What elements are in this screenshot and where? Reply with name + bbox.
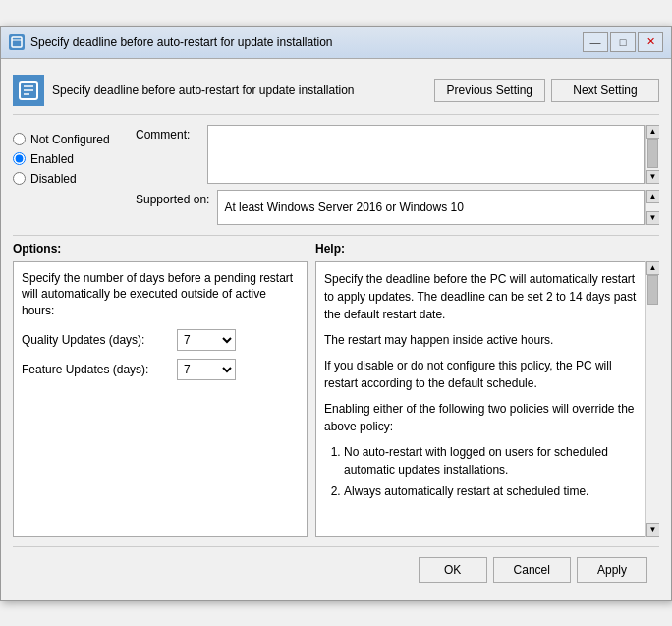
not-configured-radio-label[interactable]: Not Configured (13, 133, 131, 146)
comment-scroll-up[interactable]: ▲ (646, 125, 660, 139)
help-scroll-up[interactable]: ▲ (646, 261, 660, 275)
enabled-radio[interactable] (13, 152, 26, 165)
help-scroll-thumb (647, 275, 658, 305)
policy-icon (13, 75, 44, 106)
supported-label: Supported on: (136, 190, 209, 206)
supported-scroll-track (646, 203, 659, 211)
help-list-item-2: Always automatically restart at schedule… (344, 483, 641, 500)
help-box-container: Specify the deadline before the PC will … (315, 261, 659, 537)
main-window: Specify deadline before auto-restart for… (0, 26, 672, 601)
help-panel: Help: Specify the deadline before the PC… (315, 242, 659, 537)
supported-row: Supported on: At least Windows Server 20… (136, 190, 659, 225)
enabled-radio-label[interactable]: Enabled (13, 152, 131, 166)
close-button[interactable]: ✕ (638, 32, 663, 52)
header-title: Specify deadline before auto-restart for… (52, 84, 355, 97)
header-left: Specify deadline before auto-restart for… (13, 75, 355, 106)
next-setting-button[interactable]: Next Setting (551, 79, 659, 102)
feature-label: Feature Updates (days): (22, 363, 169, 376)
options-label: Options: (13, 242, 308, 256)
content-area: Specify deadline before auto-restart for… (1, 59, 671, 600)
quality-updates-row: Quality Updates (days): 7 2 3 4 5 6 8 9 … (22, 329, 299, 351)
quality-dropdown[interactable]: 7 2 3 4 5 6 8 9 10 11 12 13 14 (177, 329, 236, 351)
help-label: Help: (315, 242, 659, 256)
header-buttons: Previous Setting Next Setting (434, 79, 659, 102)
help-box: Specify the deadline before the PC will … (315, 261, 659, 537)
comment-label: Comment: (136, 125, 199, 142)
options-box: Specify the number of days before a pend… (13, 261, 308, 537)
apply-button[interactable]: Apply (577, 557, 647, 583)
window-title: Specify deadline before auto-restart for… (30, 35, 577, 49)
radio-section: Not Configured Enabled Disabled (13, 125, 131, 194)
help-para-4: Enabling either of the following two pol… (324, 400, 641, 435)
svg-rect-0 (12, 37, 22, 47)
comment-scroll-thumb (647, 139, 658, 168)
comment-row: Comment: ▲ ▼ (136, 125, 659, 184)
not-configured-radio[interactable] (13, 133, 26, 145)
disabled-radio[interactable] (13, 172, 26, 185)
minimize-button[interactable]: — (583, 32, 608, 52)
previous-setting-button[interactable]: Previous Setting (434, 79, 545, 102)
radio-comment-section: Not Configured Enabled Disabled Comment: (13, 125, 659, 225)
help-scrollbar: ▲ ▼ (645, 261, 659, 537)
help-list: No auto-restart with logged on users for… (324, 443, 641, 500)
quality-label: Quality Updates (days): (22, 333, 169, 347)
window-icon (9, 34, 25, 50)
supported-box-container: At least Windows Server 2016 or Windows … (217, 190, 659, 225)
window-controls: — □ ✕ (583, 32, 663, 52)
header-section: Specify deadline before auto-restart for… (13, 67, 659, 115)
cancel-button[interactable]: Cancel (493, 557, 571, 583)
feature-updates-row: Feature Updates (days): 7 2 3 4 5 6 8 9 … (22, 359, 299, 380)
bottom-bar: OK Cancel Apply (13, 546, 659, 593)
help-para-2: The restart may happen inside active hou… (324, 331, 641, 349)
supported-scrollbar: ▲ ▼ (645, 190, 659, 225)
help-para-3: If you disable or do not configure this … (324, 357, 641, 392)
two-col-section: Options: Specify the number of days befo… (13, 235, 659, 537)
comment-scroll-track (646, 139, 659, 170)
title-bar: Specify deadline before auto-restart for… (1, 27, 671, 59)
options-panel: Options: Specify the number of days befo… (13, 242, 308, 537)
feature-dropdown[interactable]: 7 2 3 4 5 6 8 9 10 11 12 13 14 (177, 359, 236, 380)
help-para-1: Specify the deadline before the PC will … (324, 270, 641, 323)
supported-scroll-up[interactable]: ▲ (646, 190, 660, 203)
comment-textarea[interactable] (207, 125, 645, 184)
help-list-item-1: No auto-restart with logged on users for… (344, 443, 641, 479)
comment-scroll-down[interactable]: ▼ (646, 170, 660, 184)
supported-scroll-down[interactable]: ▼ (646, 211, 660, 225)
ok-button[interactable]: OK (419, 557, 487, 583)
options-description: Specify the number of days before a pend… (22, 270, 299, 319)
comment-supported-section: Comment: ▲ ▼ Supported on: (136, 125, 659, 225)
help-scroll-track (646, 275, 659, 523)
help-text: Specify the deadline before the PC will … (324, 270, 641, 500)
supported-value: At least Windows Server 2016 or Windows … (217, 190, 645, 225)
maximize-button[interactable]: □ (610, 32, 636, 52)
disabled-radio-label[interactable]: Disabled (13, 172, 131, 186)
comment-box-container: ▲ ▼ (207, 125, 659, 184)
comment-scrollbar: ▲ ▼ (645, 125, 659, 184)
help-scroll-down[interactable]: ▼ (646, 523, 660, 537)
